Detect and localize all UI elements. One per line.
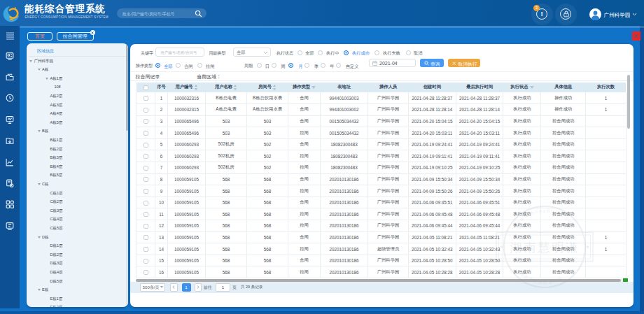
svg-text:湖南慧明谦: 湖南慧明谦 [510, 240, 580, 254]
svg-text:www.hnncbyutt.com: www.hnncbyutt.com [514, 207, 578, 229]
